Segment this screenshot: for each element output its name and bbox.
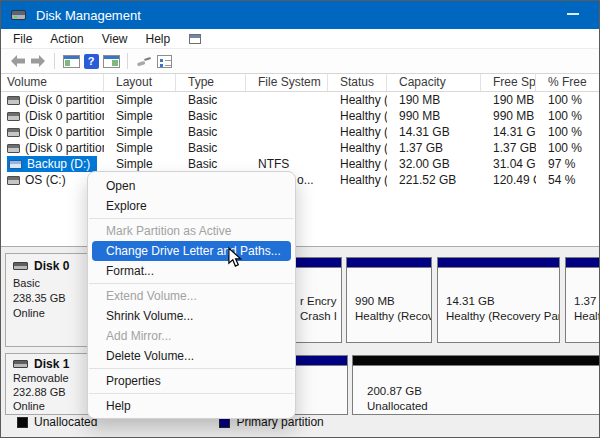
child-window-icon xyxy=(189,34,201,44)
disk-icon xyxy=(13,360,28,368)
table-row[interactable]: (Disk 0 partition 1) Simple Basic Health… xyxy=(1,92,600,108)
volume-icon xyxy=(9,160,22,169)
volume-name: (Disk 0 partition 4) xyxy=(25,108,104,124)
menu-item-explore[interactable]: Explore xyxy=(88,196,295,216)
volume-name: Backup (D:) xyxy=(27,156,90,172)
menu-separator xyxy=(89,218,294,219)
disk-management-icon xyxy=(11,8,27,22)
menu-item-extend-volume: Extend Volume... xyxy=(88,286,295,306)
col-type[interactable]: Type xyxy=(176,74,246,91)
menu-separator xyxy=(89,393,294,394)
title-bar: Disk Management xyxy=(1,1,600,29)
volume-icon xyxy=(7,144,20,153)
disk-icon xyxy=(13,262,28,270)
partition-block-unallocated[interactable]: 200.87 GB Unallocated xyxy=(352,355,600,415)
col-free-space[interactable]: Free Sp... xyxy=(481,74,536,91)
menu-item-properties[interactable]: Properties xyxy=(88,371,295,391)
col-pct-free[interactable]: % Free xyxy=(536,74,600,91)
menu-file[interactable]: File xyxy=(4,30,41,48)
primary-partition-bar xyxy=(566,258,600,268)
context-menu: Open Explore Mark Partition as Active Ch… xyxy=(87,171,296,419)
col-capacity[interactable]: Capacity xyxy=(387,74,481,91)
table-row[interactable]: (Disk 0 partition 5) Simple Basic Health… xyxy=(1,124,600,140)
help-icon[interactable]: ? xyxy=(81,52,101,70)
menu-item-delete-volume[interactable]: Delete Volume... xyxy=(88,346,295,366)
menu-action[interactable]: Action xyxy=(41,30,92,48)
menu-separator xyxy=(89,283,294,284)
minimize-button[interactable] xyxy=(567,13,579,15)
window-title: Disk Management xyxy=(36,8,141,23)
back-arrow-icon[interactable] xyxy=(8,52,28,70)
selection-highlight: Backup (D:) xyxy=(7,156,97,172)
volume-icon xyxy=(7,112,20,121)
volume-icon xyxy=(7,128,20,137)
unallocated-swatch xyxy=(17,417,28,428)
forward-arrow-icon[interactable] xyxy=(28,52,48,70)
toolbar: ? xyxy=(1,49,600,74)
menu-item-mark-partition-active: Mark Partition as Active xyxy=(88,221,295,241)
volume-list-header: Volume Layout Type File System Status Ca… xyxy=(1,74,600,92)
volume-icon xyxy=(7,96,20,105)
menu-item-shrink-volume[interactable]: Shrink Volume... xyxy=(88,306,295,326)
col-status[interactable]: Status xyxy=(328,74,387,91)
partition-block-1gb[interactable]: 1.37 GB Healthy ( xyxy=(565,257,600,343)
table-row[interactable]: (Disk 0 partition 4) Simple Basic Health… xyxy=(1,108,600,124)
volume-icon xyxy=(7,176,20,185)
disk-label: Disk 1 xyxy=(34,357,69,371)
view-options-icon[interactable] xyxy=(154,52,174,70)
menu-item-change-drive-letter[interactable]: Change Drive Letter and Paths... xyxy=(92,241,291,261)
volume-name: (Disk 0 partition 6) xyxy=(25,140,104,156)
menu-item-open[interactable]: Open xyxy=(88,176,295,196)
menu-item-help[interactable]: Help xyxy=(88,396,295,416)
disk-management-window: Disk Management File Action View Help ? xyxy=(0,0,600,438)
primary-partition-bar xyxy=(438,258,559,268)
volume-name: OS (C:) xyxy=(25,172,66,188)
volume-name: (Disk 0 partition 5) xyxy=(25,124,104,140)
menu-item-add-mirror: Add Mirror... xyxy=(88,326,295,346)
col-volume[interactable]: Volume xyxy=(1,74,104,91)
menu-help[interactable]: Help xyxy=(137,30,180,48)
primary-partition-bar xyxy=(347,258,431,268)
menu-separator xyxy=(89,368,294,369)
disk-label: Disk 0 xyxy=(34,259,69,273)
mouse-cursor xyxy=(227,247,243,273)
toolbar-separator xyxy=(127,53,128,69)
show-action-pane-icon[interactable] xyxy=(101,52,121,70)
partition-block-990mb[interactable]: 990 MB Healthy (Recove xyxy=(346,257,432,343)
disk-tools-icon[interactable] xyxy=(134,52,154,70)
col-file-system[interactable]: File System xyxy=(246,74,328,91)
menu-bar: File Action View Help xyxy=(1,29,600,49)
unallocated-bar xyxy=(353,356,600,366)
volume-name: (Disk 0 partition 1) xyxy=(25,92,104,108)
show-console-tree-icon[interactable] xyxy=(61,52,81,70)
col-layout[interactable]: Layout xyxy=(104,74,176,91)
partition-block-14gb[interactable]: 14.31 GB Healthy (Recovery Partit xyxy=(437,257,560,343)
toolbar-separator xyxy=(54,53,55,69)
menu-item-format[interactable]: Format... xyxy=(88,261,295,281)
menu-view[interactable]: View xyxy=(93,30,137,48)
table-row[interactable]: (Disk 0 partition 6) Simple Basic Health… xyxy=(1,140,600,156)
table-row-selected[interactable]: Backup (D:) Simple Basic NTFS Healthy (A… xyxy=(1,156,600,172)
legend-unallocated: Unallocated xyxy=(17,415,97,429)
